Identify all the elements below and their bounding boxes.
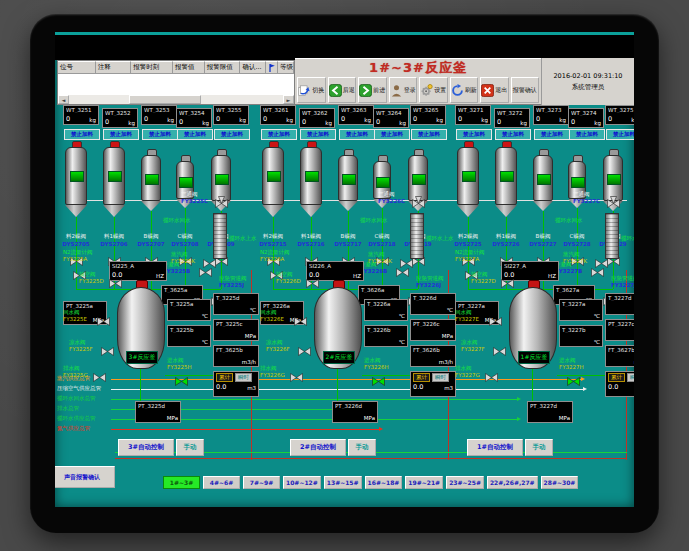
service-valve-icon[interactable] (485, 367, 498, 386)
totalizer-instant-button[interactable]: 瞬时 (627, 373, 634, 382)
page-button-7[interactable]: 23#~25# (446, 476, 484, 489)
service-valve-label: 凉水阀 (266, 339, 283, 345)
page-button-1[interactable]: 4#~6# (203, 476, 240, 489)
feed-status-button[interactable]: 禁止加料 (456, 129, 492, 140)
service-valve-icon[interactable] (175, 371, 188, 390)
auto-control-button[interactable]: 3#自动控制 (118, 439, 174, 456)
weight-indicator: WT_32750kg (605, 105, 634, 125)
tank-valve-tag: DYS2726 (488, 241, 524, 247)
tank-valve-tag: DYS2717 (330, 241, 366, 247)
service-valve-icon[interactable] (294, 311, 307, 330)
service-valve-tag: FY3226K (368, 258, 392, 264)
service-valve-tag: FY3227H (559, 364, 584, 370)
right-column-indicator: PT_3227cMPa (605, 319, 634, 341)
reactor-temp-indicator-b-tag: T_3227b (562, 327, 600, 333)
page-button-3[interactable]: 10#~12# (283, 476, 321, 489)
emergency-pipe-valve-tag: FY3227J (611, 282, 634, 288)
totalizer-unit: m3 (247, 385, 256, 391)
tank-valve-tag: DYS2706 (96, 241, 132, 247)
page-button-6[interactable]: 19#~21# (405, 476, 443, 489)
weight-indicator-unit: kg (128, 120, 135, 126)
manual-button[interactable]: 手动 (525, 439, 553, 456)
service-valve-label: 排水阀 (260, 365, 277, 371)
service-valve-tag: FY3226D (276, 278, 301, 284)
weight-indicator-row: 0kg (536, 116, 566, 123)
weight-indicator-value: 0 (144, 116, 148, 123)
feed-status-button[interactable]: 禁止加料 (495, 129, 531, 140)
page-button-8[interactable]: 22#,26#,27# (487, 476, 538, 489)
groups-layer: WT_32510kg禁止加料料2蝶阀DYS2705WT_32520kg禁止加料料… (55, 32, 634, 507)
manual-button[interactable]: 手动 (176, 439, 204, 456)
three-way-valve-icon[interactable] (412, 193, 425, 212)
feed-status-button[interactable]: 禁止加料 (103, 129, 139, 140)
service-valve-icon[interactable] (489, 311, 502, 330)
feed-status-button[interactable]: 禁止加料 (177, 129, 213, 140)
service-valve-label: 回水阀 (260, 309, 277, 315)
weight-indicator: WT_32710kg (455, 105, 491, 125)
reactor-temp-indicator-a-unit: ℃ (594, 313, 600, 319)
service-valve-icon[interactable] (203, 253, 216, 272)
weight-indicator: WT_32510kg (63, 105, 99, 125)
feed-status-button[interactable]: 禁止加料 (534, 129, 570, 140)
service-valve-icon[interactable] (101, 341, 114, 360)
feed-tank (262, 141, 284, 217)
three-way-valve-icon[interactable] (215, 193, 228, 212)
feed-status-button[interactable]: 禁止加料 (411, 129, 447, 140)
n2-flow-valve-label: N2流量计阀 (63, 249, 93, 255)
tank-level-display (571, 177, 585, 188)
service-valve-icon[interactable] (298, 341, 311, 360)
page-button-2[interactable]: 7#~9# (243, 476, 280, 489)
n2-flow-valve-label: N2流量计阀 (260, 249, 290, 255)
service-valve-icon[interactable] (97, 311, 110, 330)
reactor-bottom-pressure-indicator-tag: PT_3227d (530, 403, 570, 409)
tank-cone (457, 205, 479, 217)
service-valve-icon[interactable] (493, 341, 506, 360)
service-valve-icon[interactable] (501, 273, 514, 292)
totalizer-cumulative-button[interactable]: 累计 (413, 373, 430, 382)
weight-indicator-unit: kg (399, 120, 406, 126)
feed-status-button[interactable]: 禁止加料 (142, 129, 178, 140)
emergency-pipe-valve-tag: FY3225J (219, 282, 244, 288)
auto-control-button[interactable]: 2#自动控制 (290, 439, 346, 456)
service-valve-icon[interactable] (290, 367, 303, 386)
service-valve-icon[interactable] (595, 253, 608, 272)
feed-status-button[interactable]: 禁止加料 (606, 129, 634, 140)
tank-cone (495, 205, 517, 217)
service-valve-icon[interactable] (400, 253, 413, 272)
weight-indicator-tag: WT_3274 (571, 110, 601, 116)
pipe-line (557, 375, 605, 376)
page-button-0[interactable]: 1#~3# (163, 476, 200, 489)
service-valve-icon[interactable] (306, 273, 319, 292)
reactor-label: 2#反应釜 (323, 351, 355, 364)
page-button-5[interactable]: 16#~18# (365, 476, 403, 489)
cw-return-label: 循环水回水 (163, 217, 191, 223)
tank-valve-tag: DYS2716 (293, 241, 329, 247)
page-button-4[interactable]: 13#~15# (324, 476, 362, 489)
page-button-9[interactable]: 28#~30# (541, 476, 579, 489)
weight-indicator-unit: kg (286, 117, 293, 123)
feed-status-button[interactable]: 禁止加料 (214, 129, 250, 140)
service-valve-icon[interactable] (93, 367, 106, 386)
manual-button[interactable]: 手动 (348, 439, 376, 456)
service-valve-label: 回水阀 (63, 309, 80, 315)
totalizer-cumulative-button[interactable]: 累计 (216, 373, 233, 382)
totalizer-instant-button[interactable]: 瞬时 (432, 373, 449, 382)
service-valve-label: 进水阀 (364, 357, 381, 363)
three-way-valve-label: 三通阀 (181, 191, 198, 197)
three-way-valve-icon[interactable] (607, 193, 620, 212)
feed-status-button[interactable]: 禁止加料 (569, 129, 605, 140)
service-valve-icon[interactable] (372, 371, 385, 390)
reactor-bottom-pressure-indicator-tag: PT_3226d (335, 403, 375, 409)
sound-alarm-ack-button[interactable]: 声音报警确认 (55, 466, 115, 488)
auto-control-button[interactable]: 1#自动控制 (467, 439, 523, 456)
feed-status-button[interactable]: 禁止加料 (64, 129, 100, 140)
feed-status-button[interactable]: 禁止加料 (339, 129, 375, 140)
service-valve-icon[interactable] (109, 273, 122, 292)
service-valve-icon[interactable] (567, 371, 580, 390)
feed-status-button[interactable]: 禁止加料 (261, 129, 297, 140)
totalizer-instant-button[interactable]: 瞬时 (235, 373, 252, 382)
totalizer-cumulative-button[interactable]: 累计 (608, 373, 625, 382)
feed-tank (533, 149, 553, 211)
feed-status-button[interactable]: 禁止加料 (300, 129, 336, 140)
feed-status-button[interactable]: 禁止加料 (374, 129, 410, 140)
